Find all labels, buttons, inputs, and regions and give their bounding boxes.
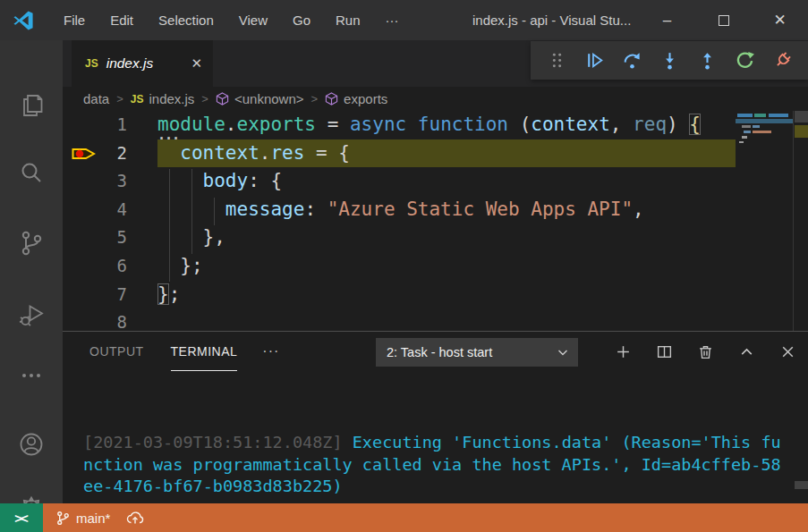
menu-more[interactable]: ··· [373,0,412,40]
gutter[interactable] [63,224,97,252]
menu-run[interactable]: Run [323,0,373,40]
token: res [270,142,304,164]
maximize-button[interactable] [695,0,752,40]
line-number: 4 [97,196,127,224]
breadcrumb-separator: > [201,92,208,106]
line-number: 8 [97,308,127,331]
token: ( [508,114,531,135]
close-panel-icon[interactable] [773,337,803,367]
scrollbar-slider[interactable] [795,111,808,122]
tab-close-icon[interactable]: ✕ [191,55,202,72]
token: : { [248,170,282,191]
minimap[interactable] [736,111,793,331]
breadcrumb-separator: > [116,92,123,106]
overview-ruler[interactable] [793,111,808,331]
split-terminal-icon[interactable] [650,337,679,367]
git-branch-item[interactable]: main* [55,511,110,526]
debug-disconnect-icon[interactable] [770,49,794,72]
gutter[interactable] [63,252,97,281]
code-line-8[interactable]: 8 [63,308,736,331]
token: message [225,198,305,220]
terminal-text: ee-4176-bf67-b0983d83b225) [83,477,343,495]
minimize-button[interactable]: – [639,0,695,40]
title-bar: File Edit Selection View Go Run ··· inde… [0,0,808,40]
token: }, [157,226,225,248]
breadcrumb-exports[interactable]: exports [325,91,387,106]
menu-edit[interactable]: Edit [98,0,146,40]
debug-step-over-icon[interactable] [620,49,643,72]
debug-step-into-icon[interactable] [658,49,681,72]
gutter[interactable] [63,111,97,139]
menu-bar: File Edit Selection View Go Run ··· [51,0,412,40]
menu-selection[interactable]: Selection [146,0,226,40]
terminal-text: [2021-03-09T18:51:12.048Z] [83,433,353,452]
code-text: }; [157,252,203,281]
close-window-button[interactable]: ✕ [752,0,808,40]
gutter[interactable] [63,308,97,331]
explorer-icon[interactable] [17,91,46,120]
debug-restart-icon[interactable] [733,49,756,72]
terminal-output[interactable]: [2021-03-09T18:51:12.048Z] Executing 'Fu… [63,379,808,491]
debug-drag-handle[interactable] [545,49,568,72]
window-title: index.js - api - Visual Stu... [472,0,631,40]
tab-indexjs[interactable]: JS index.js ✕ [72,40,213,87]
minimap-code [739,141,744,143]
debug-continue-icon[interactable] [583,49,606,72]
code-line-3[interactable]: 3 body: { [63,167,736,196]
source-control-icon[interactable] [17,229,46,258]
account-icon[interactable] [17,430,46,459]
run-and-debug-icon[interactable] [17,300,46,329]
menu-go[interactable]: Go [280,0,323,40]
search-icon[interactable] [17,159,46,188]
token: context [531,114,610,135]
breadcrumb-indexjs[interactable]: JS index.js [131,91,195,106]
minimap-code [769,114,788,117]
publish-changes-icon[interactable] [126,511,144,526]
menu-file[interactable]: File [51,0,98,40]
minimap-code [742,125,751,128]
tab-output[interactable]: OUTPUT [89,332,144,371]
code-line-6[interactable]: 6 }; [63,252,736,281]
terminal-line: ee-4176-bf67-b0983d83b225) [83,476,808,498]
terminal-picker-dropdown[interactable]: 2: Task - host start [376,338,578,367]
line-number: 2 [97,139,127,168]
token [406,114,418,135]
gutter[interactable] [63,196,97,224]
remote-indicator[interactable]: >< [0,503,43,532]
tab-label: index.js [106,55,154,72]
menu-view[interactable]: View [226,0,280,40]
terminal-line: [2021-03-09T18:51:12.048Z] Executing 'Fu… [83,432,808,454]
line-number: 7 [97,281,127,309]
new-terminal-icon[interactable] [608,337,638,367]
code-line-7[interactable]: 7}; [63,281,736,309]
gutter[interactable] [63,281,97,309]
token: function [418,114,508,135]
more-views-icon[interactable] [17,361,46,390]
terminal-text: nction was programmatically called via t… [83,455,781,474]
status-bar: >< main* [0,503,808,532]
breadcrumb-separator: > [311,92,319,106]
chevron-down-icon [557,346,569,359]
panel-header: OUTPUT TERMINAL ··· 2: Task - host start [63,332,808,371]
code-line-5[interactable]: 5 }, [63,224,736,252]
code-text: module.exports = async function (context… [157,111,701,139]
tab-terminal[interactable]: TERMINAL [171,332,238,371]
token: context [180,142,259,164]
breadcrumb-unknown[interactable]: <unknown> [216,91,304,106]
token [157,170,203,191]
breakpoint-current-line-icon[interactable] [63,139,97,168]
panel-more-tabs-icon[interactable]: ··· [262,343,279,359]
code-line-4[interactable]: 4 message: "Azure Static Web Apps API", [63,196,736,224]
maximize-panel-chevron-up-icon[interactable] [732,337,761,367]
code-editor[interactable]: 1module.exports = async function (contex… [63,111,736,331]
code-text: context.res = { [157,139,350,168]
kill-terminal-trash-icon[interactable] [691,337,720,367]
js-file-icon: JS [131,93,144,106]
branch-label: main* [76,511,110,526]
line-number: 6 [97,252,127,281]
breadcrumb-data[interactable]: data [83,91,109,106]
gutter[interactable] [63,167,97,196]
token: , [633,198,644,220]
line-number: 5 [97,224,127,252]
debug-step-out-icon[interactable] [695,49,719,72]
